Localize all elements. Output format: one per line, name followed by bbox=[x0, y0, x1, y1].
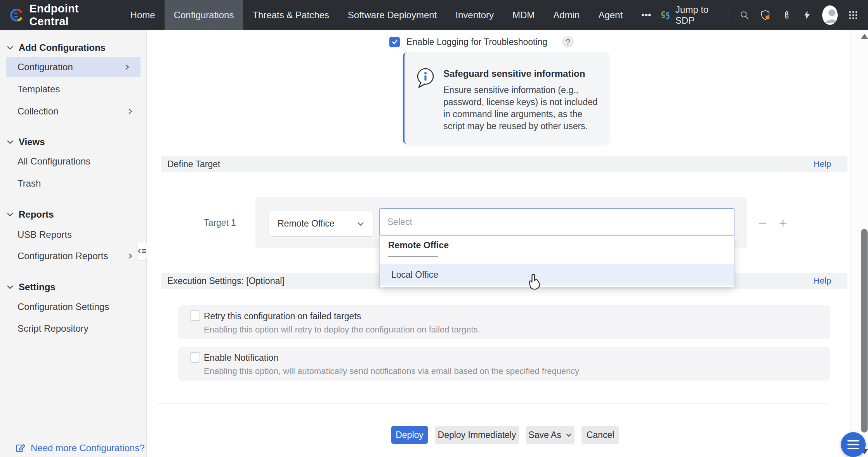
chevron-right-icon bbox=[127, 253, 134, 260]
apps-grid-icon[interactable] bbox=[848, 9, 858, 21]
dropdown-group-underline bbox=[388, 256, 438, 257]
hamburger-icon bbox=[847, 440, 859, 441]
chevron-down-icon bbox=[565, 431, 572, 438]
retry-description: Enabling this option will retry to deplo… bbox=[204, 325, 480, 335]
execution-settings-title: Execution Settings: [Optional] bbox=[167, 276, 285, 286]
rocket-icon[interactable] bbox=[781, 9, 792, 22]
target-category-value: Remote Office bbox=[278, 218, 335, 229]
app-title: Endpoint Central bbox=[29, 2, 96, 28]
search-icon[interactable] bbox=[740, 9, 749, 21]
target-search-input[interactable] bbox=[379, 208, 734, 236]
info-card-body: Ensure sensitive information (e.g., pass… bbox=[443, 84, 603, 132]
target-dropdown-panel: Remote Office Local Office bbox=[379, 236, 734, 287]
scrollbar-thumb[interactable] bbox=[861, 229, 868, 433]
sidebar-item-usb-reports[interactable]: USB Reports bbox=[0, 227, 147, 242]
nav-software-deployment[interactable]: Software Deployment bbox=[339, 0, 446, 30]
execution-settings-help-link[interactable]: Help bbox=[814, 276, 831, 286]
minus-icon bbox=[757, 217, 769, 229]
notification-option-box: Enable Notification Enabling this option… bbox=[178, 347, 830, 381]
sidebar-section-views[interactable]: Views bbox=[0, 134, 147, 150]
safeguard-info-card: Safeguard sensitive information Ensure s… bbox=[403, 52, 609, 144]
need-more-configurations-link[interactable]: Need more Configurations? bbox=[0, 440, 147, 456]
nav-configurations[interactable]: Configurations bbox=[165, 0, 243, 30]
sidebar: Add Configurations Configuration Templat… bbox=[0, 30, 147, 457]
retry-label: Retry this configuration on failed targe… bbox=[204, 311, 361, 322]
sidebar-item-trash[interactable]: Trash bbox=[0, 176, 147, 191]
status-dot bbox=[766, 16, 769, 19]
notification-description: Enabling this option, will automatically… bbox=[204, 366, 579, 376]
scroll-up-arrow[interactable] bbox=[861, 34, 868, 39]
enable-logging-label: Enable Logging for Troubleshooting bbox=[406, 37, 547, 47]
app-logo[interactable]: Endpoint Central bbox=[10, 2, 96, 28]
chevron-right-icon bbox=[123, 64, 130, 71]
retry-checkbox[interactable] bbox=[190, 310, 200, 321]
jump-to-sdp-button[interactable]: Jump to SDP bbox=[660, 4, 718, 26]
dropdown-group-remote-office[interactable]: Remote Office bbox=[388, 240, 449, 251]
sidebar-item-collection[interactable]: Collection bbox=[0, 104, 147, 119]
define-target-bar: Define Target Help bbox=[161, 156, 847, 172]
main-content: Enable Logging for Troubleshooting ? Saf… bbox=[147, 30, 868, 457]
notification-label: Enable Notification bbox=[204, 353, 278, 363]
cancel-button[interactable]: Cancel bbox=[582, 426, 619, 444]
notification-checkbox[interactable] bbox=[190, 352, 200, 363]
nav-inventory[interactable]: Inventory bbox=[446, 0, 503, 30]
sidebar-item-all-configurations[interactable]: All Configurations bbox=[0, 154, 147, 169]
enable-logging-checkbox[interactable] bbox=[389, 37, 400, 47]
nav-admin[interactable]: Admin bbox=[544, 0, 589, 30]
sidebar-collapse-button[interactable] bbox=[137, 242, 147, 260]
sidebar-collapse-icon bbox=[137, 246, 147, 256]
nav-more-ellipsis[interactable]: ••• bbox=[632, 0, 660, 30]
sidebar-section-settings[interactable]: Settings bbox=[0, 279, 147, 295]
target-1-label: Target 1 bbox=[204, 218, 236, 228]
nav-right-cluster: Jump to SDP bbox=[660, 4, 858, 26]
define-target-help-link[interactable]: Help bbox=[814, 159, 831, 169]
avatar[interactable] bbox=[822, 5, 838, 25]
sidebar-item-configuration-reports[interactable]: Configuration Reports bbox=[0, 248, 147, 264]
remove-target-button[interactable] bbox=[755, 216, 770, 230]
nav-mdm[interactable]: MDM bbox=[503, 0, 544, 30]
chevron-down-icon bbox=[7, 138, 14, 145]
pencil-square-icon bbox=[16, 443, 26, 454]
sidebar-section-reports[interactable]: Reports bbox=[0, 207, 147, 222]
sidebar-item-configuration[interactable]: Configuration bbox=[6, 57, 141, 77]
floating-menu-button[interactable] bbox=[841, 432, 866, 457]
chevron-down-icon bbox=[7, 211, 14, 218]
sidebar-item-templates[interactable]: Templates bbox=[0, 81, 147, 97]
sidebar-item-configuration-settings[interactable]: Configuration Settings bbox=[0, 299, 147, 315]
deploy-immediately-button[interactable]: Deploy Immediately bbox=[435, 426, 519, 444]
save-as-button[interactable]: Save As bbox=[526, 426, 575, 444]
dropdown-option-local-office[interactable]: Local Office bbox=[380, 264, 734, 286]
nav-threats-patches[interactable]: Threats & Patches bbox=[243, 0, 338, 30]
plus-icon bbox=[777, 217, 789, 229]
endpoint-central-logo-icon bbox=[10, 6, 23, 24]
nav-agent[interactable]: Agent bbox=[589, 0, 632, 30]
add-target-button[interactable] bbox=[776, 216, 790, 230]
scrollbar-track bbox=[850, 30, 868, 457]
retry-option-box: Retry this configuration on failed targe… bbox=[178, 305, 830, 339]
logging-row: Enable Logging for Troubleshooting ? bbox=[389, 36, 574, 48]
top-nav: Endpoint Central Home Configurations Thr… bbox=[0, 0, 868, 30]
sidebar-item-script-repository[interactable]: Script Repository bbox=[0, 321, 147, 336]
nav-home[interactable]: Home bbox=[121, 0, 165, 30]
sdp-icon bbox=[660, 9, 671, 22]
shield-status-icon[interactable] bbox=[760, 8, 771, 22]
sidebar-section-add-configurations[interactable]: Add Configurations bbox=[0, 40, 147, 55]
chevron-right-icon bbox=[127, 108, 134, 115]
jump-to-sdp-label: Jump to SDP bbox=[675, 4, 718, 26]
divider bbox=[157, 403, 829, 404]
deploy-button[interactable]: Deploy bbox=[391, 426, 428, 444]
define-target-title: Define Target bbox=[167, 159, 220, 170]
info-bubble-icon bbox=[415, 67, 436, 90]
chevron-down-icon bbox=[7, 44, 14, 51]
chevron-down-icon bbox=[356, 219, 365, 228]
lightning-icon[interactable] bbox=[802, 9, 812, 21]
divider bbox=[729, 8, 729, 22]
info-card-title: Safeguard sensitive information bbox=[443, 68, 585, 79]
check-icon bbox=[391, 38, 398, 45]
question-badge[interactable]: ? bbox=[562, 36, 574, 48]
main-menu: Home Configurations Threats & Patches So… bbox=[121, 0, 661, 30]
user-silhouette-icon bbox=[822, 5, 838, 25]
chevron-down-icon bbox=[7, 284, 14, 291]
target-category-select[interactable]: Remote Office bbox=[269, 211, 373, 237]
